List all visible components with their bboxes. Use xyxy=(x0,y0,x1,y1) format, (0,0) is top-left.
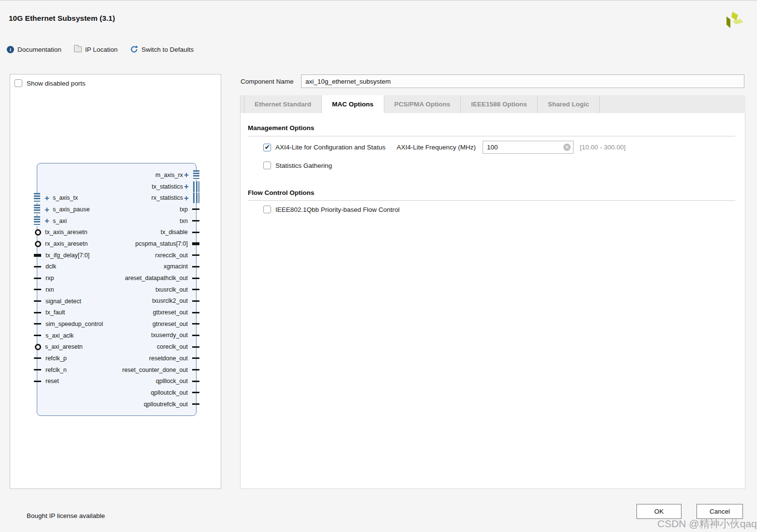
switch-to-defaults-button[interactable]: Switch to Defaults xyxy=(130,45,194,53)
port-stub xyxy=(192,300,199,302)
ip-location-label: IP Location xyxy=(85,46,118,53)
port-stub xyxy=(192,323,199,325)
port-row-txp: txp xyxy=(37,204,196,215)
port-row-qplloutclk_out: qplloutclk_out xyxy=(37,387,196,399)
show-disabled-ports-label: Show disabled ports xyxy=(27,80,86,87)
port-stub xyxy=(192,392,199,393)
port-label: reset_counter_done_out xyxy=(122,367,188,373)
port-label: tx_disable xyxy=(161,229,188,236)
tab-mac-options[interactable]: MAC Options xyxy=(322,95,384,113)
qbb-flow-control-label: IEEE802.1Qbb Priority-based Flow Control xyxy=(275,206,400,213)
port-row-gttxreset_out: gttxreset_out xyxy=(37,307,196,318)
management-options-heading: Management Options xyxy=(248,124,314,132)
port-label: qplloutrefclk_out xyxy=(144,401,188,408)
component-name-input[interactable] xyxy=(301,74,744,88)
port-row-coreclk_out: coreclk_out xyxy=(37,341,196,353)
port-label: rx_statistics xyxy=(151,194,183,201)
port-label: coreclk_out xyxy=(157,343,188,350)
ip-symbol-panel: Show disabled ports +s_axis_tx+s_axis_pa… xyxy=(10,74,221,489)
port-row-tx_disable: tx_disable xyxy=(37,226,196,238)
show-disabled-ports-row: Show disabled ports xyxy=(15,79,86,87)
axi4-lite-frequency-label: AXI4-Lite Frequency (MHz) xyxy=(396,144,476,151)
statistics-gathering-checkbox[interactable] xyxy=(263,162,271,169)
axi4-lite-option-row: AXI4-Lite for Configuration and Status A… xyxy=(263,141,626,154)
port-row-txn: txn xyxy=(37,215,196,227)
documentation-button[interactable]: i Documentation xyxy=(7,46,61,53)
right-ports-column: m_axis_rx+tx_statistics+rx_statistics+tx… xyxy=(37,169,196,410)
ok-button[interactable]: OK xyxy=(636,504,681,519)
xilinx-logo xyxy=(722,9,743,30)
port-row-txusrclk_out: txusrclk_out xyxy=(37,284,196,296)
port-label: areset_datapathclk_out xyxy=(125,275,188,281)
port-label: m_axis_rx xyxy=(155,172,183,178)
port-stub xyxy=(192,278,199,279)
qbb-option-row: IEEE802.1Qbb Priority-based Flow Control xyxy=(263,206,400,213)
port-label: gttxreset_out xyxy=(153,309,188,316)
port-label: txusrclk_out xyxy=(155,286,188,293)
port-label: xgmacint xyxy=(164,263,188,270)
tab-ethernet-standard[interactable]: Ethernet Standard xyxy=(244,95,322,113)
frequency-input[interactable] xyxy=(483,141,574,154)
port-stub xyxy=(192,266,199,267)
frequency-range-hint: [10.00 - 300.00] xyxy=(580,144,626,151)
expand-plus-icon[interactable]: + xyxy=(184,171,189,179)
port-row-areset_datapathclk_out: areset_datapathclk_out xyxy=(37,272,196,284)
port-label: txusrclk2_out xyxy=(152,297,188,304)
port-stub xyxy=(192,346,199,348)
expand-plus-icon[interactable]: + xyxy=(184,182,189,191)
refresh-icon xyxy=(130,45,138,53)
port-stub xyxy=(192,289,199,290)
tab-shared-logic[interactable]: Shared Logic xyxy=(538,95,600,113)
statistics-option-row: Statistics Gathering xyxy=(263,162,332,169)
port-label: pcspma_status[7:0] xyxy=(136,240,188,247)
port-stub xyxy=(192,232,199,233)
port-label: tx_statistics xyxy=(151,183,183,190)
port-label: txn xyxy=(180,218,188,224)
port-stub xyxy=(192,335,199,336)
port-stub xyxy=(192,254,199,256)
component-name-label: Component Name xyxy=(241,78,294,85)
port-label: txp xyxy=(180,206,188,213)
port-stub xyxy=(192,242,199,245)
info-icon: i xyxy=(7,46,14,53)
watermark: CSDN @精神小伙qaq xyxy=(657,517,757,531)
frequency-input-wrap: ✕ xyxy=(483,141,574,154)
port-stub xyxy=(192,381,199,382)
tab-pcs-pma-options[interactable]: PCS/PMA Options xyxy=(384,95,461,113)
tab-bar: Ethernet Standard MAC Options PCS/PMA Op… xyxy=(240,95,745,113)
port-row-reset_counter_done_out: reset_counter_done_out xyxy=(37,364,196,376)
switch-to-defaults-label: Switch to Defaults xyxy=(141,46,194,53)
port-row-qplllock_out: qplllock_out xyxy=(37,375,196,387)
section-divider xyxy=(248,200,735,201)
port-label: resetdone_out xyxy=(149,355,188,362)
tab-ieee1588-options[interactable]: IEEE1588 Options xyxy=(461,95,538,113)
expand-plus-icon[interactable]: + xyxy=(184,194,189,202)
port-row-resetdone_out: resetdone_out xyxy=(37,353,196,364)
qbb-flow-control-checkbox[interactable] xyxy=(263,206,271,213)
port-row-m_axis_rx: m_axis_rx+ xyxy=(37,169,196,181)
port-stub xyxy=(192,403,199,405)
flow-control-heading: Flow Control Options xyxy=(248,189,314,196)
port-row-rx_statistics: rx_statistics+ xyxy=(37,192,196,204)
license-note: Bought IP license available xyxy=(27,512,105,519)
customize-ip-dialog: { "header": { "title": "10G Ethernet Sub… xyxy=(0,0,757,532)
bus-interface-icon xyxy=(193,192,199,203)
toolbar: i Documentation IP Location Switch to De… xyxy=(7,45,194,53)
section-divider xyxy=(248,136,735,136)
port-row-qplloutrefclk_out: qplloutrefclk_out xyxy=(37,399,196,410)
clear-icon[interactable]: ✕ xyxy=(563,144,571,151)
documentation-label: Documentation xyxy=(17,46,61,53)
ip-block-symbol: +s_axis_tx+s_axis_pause+s_axitx_axis_are… xyxy=(37,163,197,416)
axi4-lite-checkbox[interactable] xyxy=(263,144,271,151)
port-stub xyxy=(192,312,199,313)
port-label: qplloutclk_out xyxy=(151,389,188,396)
cancel-button[interactable]: Cancel xyxy=(696,504,743,519)
ip-location-button[interactable]: IP Location xyxy=(74,46,118,53)
port-label: qplllock_out xyxy=(156,378,188,384)
port-row-txusrclk2_out: txusrclk2_out xyxy=(37,296,196,307)
port-row-gtrxreset_out: gtrxreset_out xyxy=(37,318,196,330)
port-label: gtrxreset_out xyxy=(152,321,188,327)
port-stub xyxy=(192,208,199,210)
axi4-lite-label: AXI4-Lite for Configuration and Status xyxy=(275,144,385,151)
show-disabled-ports-checkbox[interactable] xyxy=(15,79,22,87)
